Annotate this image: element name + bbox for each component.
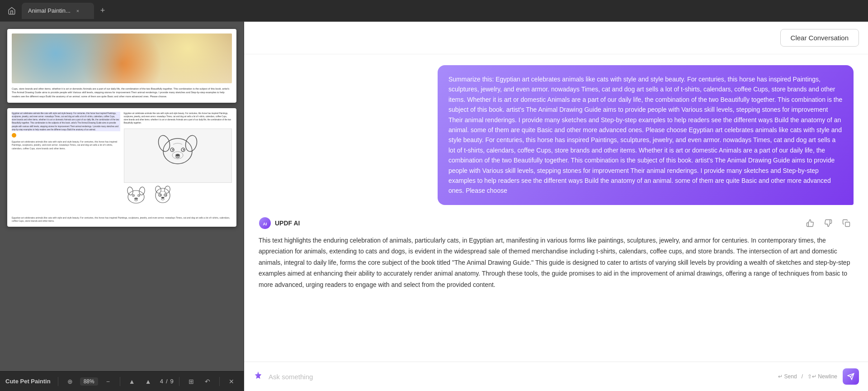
toolbar-separator-3 xyxy=(179,377,179,386)
nav-down-button[interactable]: ▲ xyxy=(142,375,155,388)
ai-response: AI UPDF AI xyxy=(259,216,854,291)
copy-button[interactable] xyxy=(839,216,854,230)
ai-input-hints: ↵ Send / ⇧↵ Newline xyxy=(778,373,837,380)
page-image xyxy=(12,33,232,83)
dog-sketch-svg xyxy=(151,131,205,181)
toolbar-separator-1 xyxy=(58,377,58,386)
page-navigation: 4 / 9 xyxy=(160,378,174,385)
svg-point-22 xyxy=(160,194,160,195)
dog-sketch-container xyxy=(124,129,232,183)
main-content: Cups, store brands and other items. whet… xyxy=(0,22,868,391)
tab-bar: Animal Paintin... × + xyxy=(0,0,868,22)
hint-separator: / xyxy=(802,373,803,380)
svg-point-5 xyxy=(172,149,174,150)
pdf-title: Cute Pet Paintin xyxy=(5,378,51,385)
send-button[interactable] xyxy=(843,368,859,385)
fit-page-button[interactable]: ⊞ xyxy=(185,375,198,388)
newline-hint: ⇧↵ Newline xyxy=(807,373,837,380)
page2-bottom-text: Egyptian art celebrates animals like cat… xyxy=(12,216,232,223)
svg-point-17 xyxy=(156,188,170,203)
svg-point-6 xyxy=(183,149,184,150)
svg-text:AI: AI xyxy=(263,222,267,226)
ai-header: Clear Conversation xyxy=(244,22,868,54)
updf-ai-logo: AI xyxy=(259,217,271,229)
ai-response-header: AI UPDF AI xyxy=(259,216,854,230)
page2-footer-section: Egyptian art celebrates animals like cat… xyxy=(7,212,236,227)
send-hint: ↵ Send xyxy=(778,373,797,380)
clear-conversation-button[interactable]: Clear Conversation xyxy=(780,29,859,47)
page2-left-text: Egyptian art celebrates animals like cat… xyxy=(12,112,120,131)
add-page-button[interactable]: ⊕ xyxy=(64,375,76,388)
user-message: Summarize this: Egyptian art celebrates … xyxy=(438,65,854,205)
svg-point-2 xyxy=(184,134,198,153)
highlight-marker xyxy=(12,133,120,138)
zoom-value[interactable]: 88% xyxy=(80,377,98,386)
close-toolbar-button[interactable]: ✕ xyxy=(225,375,238,388)
nav-up-button[interactable]: ▲ xyxy=(126,375,138,388)
page-total: 9 xyxy=(170,378,174,385)
ai-messages[interactable]: Summarize this: Egyptian art celebrates … xyxy=(244,54,868,362)
toolbar-separator-2 xyxy=(120,377,120,386)
pdf-panel: Cups, store brands and other items. whet… xyxy=(0,22,244,391)
svg-point-16 xyxy=(134,197,138,200)
ai-brand-label: UPDF AI xyxy=(275,219,300,227)
pdf-page-2-inner: Egyptian art celebrates animals like cat… xyxy=(7,108,236,212)
pdf-page-2: Egyptian art celebrates animals like cat… xyxy=(7,108,236,227)
page2-right-col: Egyptian art celebrates animals like cat… xyxy=(124,112,232,208)
page-footer: Egyptian art celebrates animals like cat… xyxy=(12,140,120,151)
pdf-pages[interactable]: Cups, store brands and other items. whet… xyxy=(0,22,244,371)
new-tab-button[interactable]: + xyxy=(96,4,109,18)
svg-point-1 xyxy=(157,134,171,153)
tab-label: Animal Paintin... xyxy=(28,7,71,14)
svg-point-15 xyxy=(138,195,139,196)
ai-action-buttons xyxy=(803,216,854,230)
highlight-dot xyxy=(12,133,16,138)
ai-panel: Clear Conversation Summarize this: Egypt… xyxy=(244,22,868,391)
page2-left-col: Egyptian art celebrates animals like cat… xyxy=(12,112,120,208)
svg-rect-27 xyxy=(845,222,850,226)
rotate-button[interactable]: ↶ xyxy=(201,375,214,388)
page-image-content xyxy=(12,33,232,83)
svg-point-24 xyxy=(161,197,164,199)
toolbar-separator-4 xyxy=(219,377,220,386)
like-button[interactable] xyxy=(803,216,817,230)
tab-close-button[interactable]: × xyxy=(74,7,81,14)
animal-sketch-2 xyxy=(151,186,175,208)
page2-right-text: Egyptian art celebrates animals like cat… xyxy=(124,112,232,125)
active-tab[interactable]: Animal Paintin... × xyxy=(22,3,94,19)
svg-point-9 xyxy=(128,191,144,203)
zoom-display: 88% xyxy=(80,377,98,386)
highlighted-text: Egyptian art celebrates animals like cat… xyxy=(12,112,120,131)
ai-input-area: ↵ Send / ⇧↵ Newline xyxy=(244,362,868,391)
svg-point-7 xyxy=(175,154,180,157)
page1-text: Cups, store brands and other items. whet… xyxy=(12,87,232,98)
sketch-row xyxy=(124,186,232,208)
ai-brand: AI UPDF AI xyxy=(259,217,300,229)
page-separator: / xyxy=(166,378,168,385)
svg-point-0 xyxy=(163,138,192,164)
pdf-toolbar: Cute Pet Paintin ⊕ 88% − ▲ ▲ 4 / 9 ⊞ ↶ ✕ xyxy=(0,371,244,391)
page-current: 4 xyxy=(160,378,163,385)
ai-sparkle-icon xyxy=(253,371,263,383)
dislike-button[interactable] xyxy=(821,216,835,230)
svg-point-23 xyxy=(165,194,166,195)
pdf-page-1: Cups, store brands and other items. whet… xyxy=(7,29,236,103)
home-button[interactable] xyxy=(4,3,20,19)
ai-input-field[interactable] xyxy=(269,373,773,381)
zoom-out-button[interactable]: − xyxy=(102,375,114,388)
animal-sketch-1 xyxy=(124,186,149,208)
ai-response-text: This text highlights the enduring celebr… xyxy=(259,235,854,291)
svg-point-14 xyxy=(133,195,134,196)
